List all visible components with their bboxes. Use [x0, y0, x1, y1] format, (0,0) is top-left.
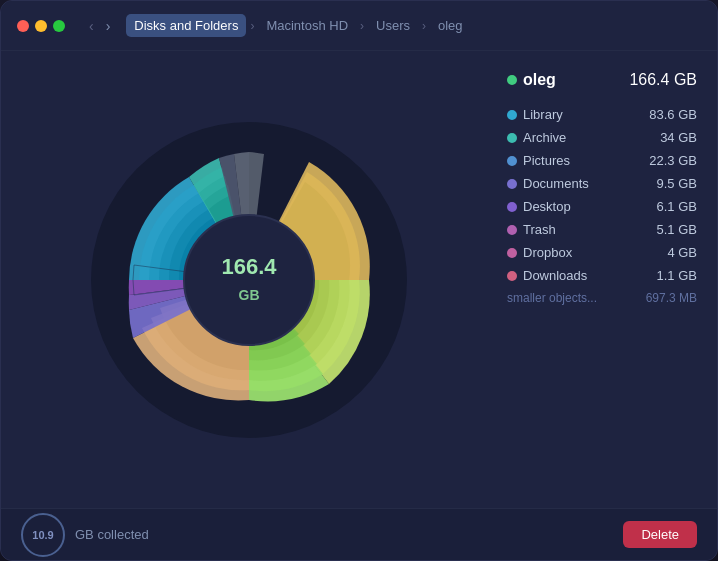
item-dot	[507, 271, 517, 281]
list-item-smaller: smaller objects... 697.3 MB	[507, 289, 697, 307]
item-dot	[507, 225, 517, 235]
list-item[interactable]: Trash 5.1 GB	[507, 220, 697, 239]
info-header: oleg 166.4 GB	[507, 71, 697, 89]
item-left: Pictures	[507, 153, 570, 168]
breadcrumb-sep-2: ›	[360, 19, 364, 33]
item-size: 83.6 GB	[649, 107, 697, 122]
smaller-size: 697.3 MB	[646, 291, 697, 305]
item-label: Trash	[523, 222, 556, 237]
item-size: 9.5 GB	[657, 176, 697, 191]
list-item[interactable]: Downloads 1.1 GB	[507, 266, 697, 285]
item-label: Dropbox	[523, 245, 572, 260]
item-dot	[507, 133, 517, 143]
item-left-smaller: smaller objects...	[507, 291, 597, 305]
minimize-button[interactable]	[35, 20, 47, 32]
smaller-label: smaller objects...	[507, 291, 597, 305]
traffic-lights	[17, 20, 65, 32]
item-size: 22.3 GB	[649, 153, 697, 168]
breadcrumb-disks-and-folders[interactable]: Disks and Folders	[126, 14, 246, 37]
breadcrumb-users[interactable]: Users	[368, 14, 418, 37]
breadcrumb-sep-3: ›	[422, 19, 426, 33]
list-item[interactable]: Archive 34 GB	[507, 128, 697, 147]
close-button[interactable]	[17, 20, 29, 32]
item-left: Library	[507, 107, 563, 122]
info-panel: oleg 166.4 GB Library 83.6 GB Archive 34…	[497, 51, 717, 508]
item-label: Pictures	[523, 153, 570, 168]
back-arrow[interactable]: ‹	[85, 16, 98, 36]
list-item[interactable]: Library 83.6 GB	[507, 105, 697, 124]
breadcrumb-oleg[interactable]: oleg	[430, 14, 471, 37]
app-window: ‹ › Disks and Folders › Macintosh HD › U…	[0, 0, 718, 561]
breadcrumb: Disks and Folders › Macintosh HD › Users…	[126, 14, 701, 37]
titlebar: ‹ › Disks and Folders › Macintosh HD › U…	[1, 1, 717, 51]
delete-button[interactable]: Delete	[623, 521, 697, 548]
item-size: 34 GB	[660, 130, 697, 145]
maximize-button[interactable]	[53, 20, 65, 32]
item-label: Desktop	[523, 199, 571, 214]
item-label: Documents	[523, 176, 589, 191]
item-label: Downloads	[523, 268, 587, 283]
breadcrumb-macintosh-hd[interactable]: Macintosh HD	[258, 14, 356, 37]
main-content: 166.4 GB oleg 166.4 GB Library 83.6	[1, 51, 717, 508]
item-label: Library	[523, 107, 563, 122]
item-size: 4 GB	[667, 245, 697, 260]
donut-chart: 166.4 GB	[79, 110, 419, 450]
collected-text: GB collected	[75, 527, 613, 542]
folder-name: oleg	[523, 71, 556, 89]
chart-area: 166.4 GB	[1, 51, 497, 508]
forward-arrow[interactable]: ›	[102, 16, 115, 36]
info-title: oleg	[507, 71, 556, 89]
item-size: 5.1 GB	[657, 222, 697, 237]
item-size: 6.1 GB	[657, 199, 697, 214]
breadcrumb-sep-1: ›	[250, 19, 254, 33]
item-left: Downloads	[507, 268, 587, 283]
list-item[interactable]: Desktop 6.1 GB	[507, 197, 697, 216]
list-item[interactable]: Pictures 22.3 GB	[507, 151, 697, 170]
item-dot	[507, 179, 517, 189]
item-size: 1.1 GB	[657, 268, 697, 283]
item-left: Documents	[507, 176, 589, 191]
item-dot	[507, 156, 517, 166]
nav-arrows: ‹ ›	[85, 16, 114, 36]
item-left: Archive	[507, 130, 566, 145]
total-size: 166.4 GB	[629, 71, 697, 89]
title-dot	[507, 75, 517, 85]
item-left: Trash	[507, 222, 556, 237]
item-dot	[507, 110, 517, 120]
item-left: Desktop	[507, 199, 571, 214]
item-dot	[507, 248, 517, 258]
list-item[interactable]: Documents 9.5 GB	[507, 174, 697, 193]
status-bar: 10.9 GB collected Delete	[1, 508, 717, 560]
item-label: Archive	[523, 130, 566, 145]
list-item[interactable]: Dropbox 4 GB	[507, 243, 697, 262]
collected-badge: 10.9	[21, 513, 65, 557]
item-dot	[507, 202, 517, 212]
collected-value: 10.9	[32, 529, 53, 541]
item-left: Dropbox	[507, 245, 572, 260]
